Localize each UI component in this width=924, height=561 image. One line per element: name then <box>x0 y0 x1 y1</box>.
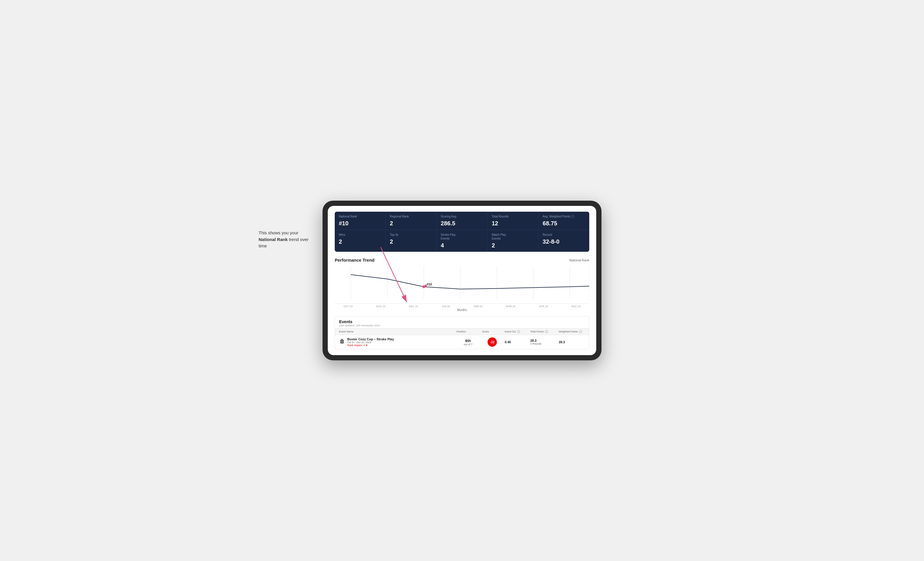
weighted-points-cell: 28.3 <box>559 340 585 344</box>
stat-total-rounds-label: Total Rounds <box>492 215 534 218</box>
stat-avg-weighted-label: Avg. Weighted Points ⓘ <box>543 215 585 218</box>
x-label-nov23: NOV 23 <box>376 305 385 308</box>
tablet-frame: National Rank #10 Regional Rank 2 Scorin… <box>322 200 602 361</box>
stat-top3s: Top 3s 2 <box>386 230 436 252</box>
stat-top3s-value: 2 <box>390 238 432 245</box>
event-date: Oct 9 – Oct 10, 2023 <box>347 341 394 344</box>
event-name: Buster Cozy Cup – Stroke Play <box>347 337 394 341</box>
col-weighted-points: Weighted Points i <box>559 330 585 333</box>
stat-total-rounds-value: 12 <box>492 220 534 227</box>
stat-record-value: 32-8-0 <box>543 238 585 245</box>
x-label-oct23: OCT 23 <box>344 305 352 308</box>
stat-scoring-avg-label: Scoring Avg. <box>441 215 483 218</box>
total-points-sub: 3 Rounds <box>530 343 556 345</box>
col-event-name: Event Name <box>339 330 454 333</box>
events-table-header: Event Name Position Score Event SG i Tot <box>335 328 589 335</box>
stat-record-label: Record <box>543 233 585 236</box>
stat-wins: Wins 2 <box>335 230 385 252</box>
event-name-cell: Buster Cozy Cup – Stroke Play Oct 9 – Oc… <box>339 337 454 347</box>
stat-top3s-label: Top 3s <box>390 233 432 236</box>
chart-svg: #10 <box>335 266 589 304</box>
position-sub: out of 7 <box>456 343 480 346</box>
perf-trend-title: Performance Trend <box>335 257 375 262</box>
svg-text:#10: #10 <box>426 283 432 286</box>
x-label-mar24: MAR 24 <box>506 305 516 308</box>
stat-scoring-avg-value: 286.5 <box>441 220 483 227</box>
stat-match-play: Match PlayEvents 2 <box>488 230 538 252</box>
position-cell: 6th out of 7 <box>456 338 480 346</box>
chart-container: #10 <box>335 266 589 304</box>
col-score: Score <box>482 330 502 333</box>
stats-row-bottom: Wins 2 Top 3s 2 Stroke PlayEvents 4 Ma <box>335 230 589 252</box>
col-total-points: Total Points i <box>530 330 556 333</box>
section-header: Performance Trend National Rank <box>335 257 589 262</box>
svg-point-10 <box>423 285 425 288</box>
stat-record: Record 32-8-0 <box>539 230 589 252</box>
stat-avg-weighted-value: 68.75 <box>543 220 585 227</box>
annotation-text: This shows you your National Rank trend … <box>259 230 317 250</box>
stat-regional-rank-label: Regional Rank <box>390 215 432 218</box>
svg-point-12 <box>425 284 427 287</box>
x-label-may24: MAY 24 <box>572 305 580 308</box>
stat-regional-rank: Regional Rank 2 <box>386 212 436 230</box>
stat-wins-label: Wins <box>339 233 381 236</box>
event-sg-cell: 0.45 <box>505 340 528 344</box>
total-points-info-icon: i <box>545 330 548 333</box>
x-label-apr24: APR 24 <box>539 305 548 308</box>
event-sg-info-icon: i <box>517 330 520 333</box>
chart-axis-label: Months <box>335 308 589 311</box>
stat-scoring-avg: Scoring Avg. 286.5 <box>437 212 487 230</box>
annotation-bold: National Rank <box>259 237 288 242</box>
stat-national-rank: National Rank #10 <box>335 212 385 230</box>
events-header: Events Last updated: 24th November 2023 <box>335 317 589 328</box>
col-event-sg: Event SG i <box>505 330 528 333</box>
golf-bag-icon <box>339 338 345 344</box>
stats-row-top: National Rank #10 Regional Rank 2 Scorin… <box>335 212 589 230</box>
stats-wrapper: National Rank #10 Regional Rank 2 Scorin… <box>335 212 589 252</box>
chart-x-labels: OCT 23 NOV 23 DEC 23 JAN 24 FEB 24 MAR 2… <box>335 305 589 308</box>
stat-wins-value: 2 <box>339 238 381 245</box>
stat-national-rank-value: #10 <box>339 220 381 227</box>
total-points-cell: 28.3 3 Rounds <box>530 339 556 345</box>
x-label-dec23: DEC 23 <box>409 305 418 308</box>
weighted-points-value: 28.3 <box>559 340 565 344</box>
stat-regional-rank-value: 2 <box>390 220 432 227</box>
svg-rect-14 <box>341 339 343 340</box>
stat-stroke-play-label: Stroke PlayEvents <box>441 233 483 241</box>
stat-total-rounds: Total Rounds 12 <box>488 212 538 230</box>
score-badge: -22 <box>488 337 497 347</box>
event-info: Buster Cozy Cup – Stroke Play Oct 9 – Oc… <box>347 337 394 347</box>
events-updated: Last updated: 24th November 2023 <box>339 324 585 327</box>
stat-stroke-play-value: 4 <box>441 242 483 249</box>
perf-trend-subtitle: National Rank <box>569 259 589 262</box>
scene: This shows you your National Rank trend … <box>322 200 602 361</box>
events-section: Events Last updated: 24th November 2023 … <box>335 316 589 349</box>
stat-stroke-play: Stroke PlayEvents 4 <box>437 230 487 252</box>
events-title: Events <box>339 319 585 324</box>
stat-avg-weighted: Avg. Weighted Points ⓘ 68.75 <box>539 212 589 230</box>
content-area: National Rank #10 Regional Rank 2 Scorin… <box>328 206 596 355</box>
event-sg-value: 0.45 <box>505 340 511 344</box>
weighted-points-info-icon: i <box>579 330 582 333</box>
stat-national-rank-label: National Rank <box>339 215 381 218</box>
x-label-feb24: FEB 24 <box>474 305 482 308</box>
position-value: 6th <box>456 338 480 343</box>
table-row: Buster Cozy Cup – Stroke Play Oct 9 – Oc… <box>335 335 589 349</box>
total-points-value: 28.3 <box>530 339 556 343</box>
event-rank-impact: Rank Impact: 3 ▼ <box>347 344 394 347</box>
annotation-part1: This shows you your <box>259 230 298 235</box>
tablet-screen: National Rank #10 Regional Rank 2 Scorin… <box>328 206 596 355</box>
score-cell: -22 <box>482 337 502 347</box>
stat-match-play-value: 2 <box>492 242 534 249</box>
performance-trend-section: Performance Trend National Rank <box>335 257 589 311</box>
col-position: Position <box>456 330 480 333</box>
x-label-jan24: JAN 24 <box>442 305 450 308</box>
stat-match-play-label: Match PlayEvents <box>492 233 534 241</box>
